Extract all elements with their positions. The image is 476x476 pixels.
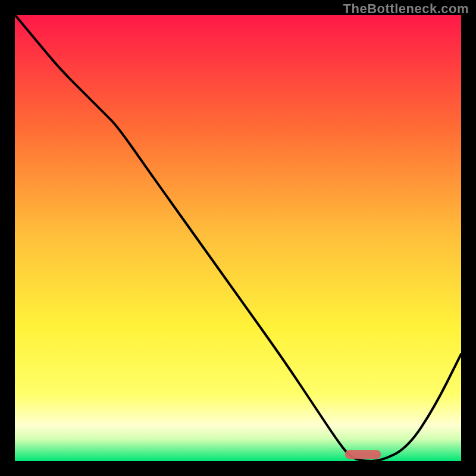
chart-container: TheBottleneck.com [0,0,476,476]
watermark-label: TheBottleneck.com [343,1,469,17]
gradient-background [15,15,461,461]
plot-frame [15,15,461,461]
optimum-marker [345,450,381,459]
plot-svg [15,15,461,461]
